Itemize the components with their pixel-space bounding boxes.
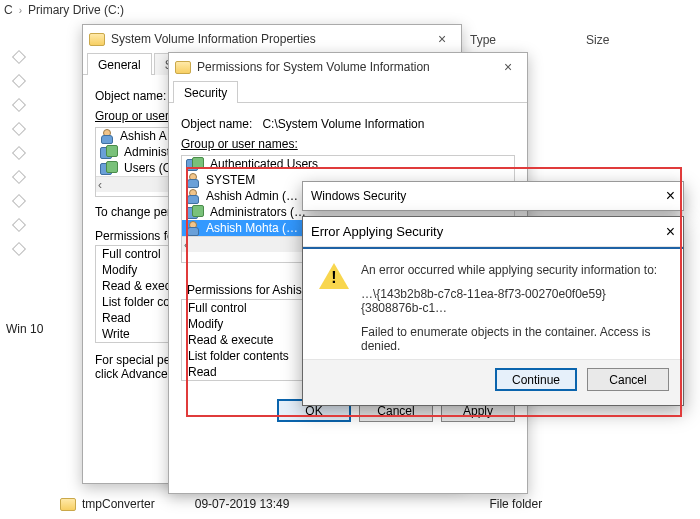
titlebar[interactable]: Windows Security × [303, 182, 683, 210]
scroll-left-icon[interactable]: ‹ [98, 178, 102, 192]
users-icon [100, 161, 118, 175]
folder-icon [175, 61, 191, 74]
close-icon[interactable]: × [666, 223, 675, 241]
error-path: …\{143b2b8b-c7c8-11ea-8f73-00270e0f0e59}… [361, 287, 667, 315]
user-icon [186, 221, 200, 235]
window-title: Permissions for System Volume Informatio… [197, 60, 495, 74]
cancel-button[interactable]: Cancel [587, 368, 669, 391]
scroll-left-icon[interactable]: ‹ [184, 238, 188, 252]
pin-icon [12, 122, 26, 136]
window-title: System Volume Information Properties [111, 32, 429, 46]
error-line: An error occurred while applying securit… [361, 263, 667, 277]
users-icon [186, 205, 204, 219]
breadcrumb-seg[interactable]: Primary Drive (C:) [28, 3, 124, 17]
user-icon [100, 129, 114, 143]
pin-icon [12, 218, 26, 232]
users-icon [186, 157, 204, 171]
breadcrumb[interactable]: C › Primary Drive (C:) [4, 3, 124, 17]
users-icon [100, 145, 118, 159]
titlebar[interactable]: System Volume Information Properties × [83, 25, 461, 53]
item-kind: File folder [489, 497, 542, 511]
user-icon [186, 173, 200, 187]
folder-icon [60, 498, 76, 511]
warning-icon [319, 263, 349, 289]
object-name-label: Object name: [95, 89, 166, 103]
pin-icon [12, 194, 26, 208]
folder-icon [89, 33, 105, 46]
titlebar[interactable]: Error Applying Security × [303, 217, 683, 247]
object-name-label: Object name: [181, 117, 252, 131]
pin-icon [12, 74, 26, 88]
chevron-right-icon: › [19, 5, 22, 16]
tab-general[interactable]: General [87, 53, 152, 75]
list-item[interactable]: Authenticated Users [182, 156, 514, 172]
pin-icon [12, 98, 26, 112]
pin-icon [12, 170, 26, 184]
close-icon[interactable]: × [429, 31, 455, 47]
user-icon [186, 189, 200, 203]
windows-security-window: Windows Security × [302, 181, 684, 211]
pin-icon [12, 50, 26, 64]
explorer-item-row[interactable]: tmpConverter 09-07-2019 13:49 File folde… [60, 497, 690, 511]
close-icon[interactable]: × [495, 59, 521, 75]
continue-button[interactable]: Continue [495, 368, 577, 391]
error-line: Failed to enumerate objects in the conta… [361, 325, 667, 353]
dialog-title: Error Applying Security [311, 224, 666, 239]
titlebar[interactable]: Permissions for System Volume Informatio… [169, 53, 527, 81]
window-title: Windows Security [311, 189, 666, 203]
quick-access-pins [14, 52, 24, 254]
col-size[interactable]: Size [586, 33, 609, 47]
error-dialog: Error Applying Security × An error occur… [302, 216, 684, 406]
tabs: Security [169, 81, 527, 103]
close-icon[interactable]: × [666, 187, 675, 205]
col-type[interactable]: Type [470, 33, 496, 47]
pin-icon [12, 242, 26, 256]
pin-icon [12, 146, 26, 160]
tab-security[interactable]: Security [173, 81, 238, 103]
item-name: tmpConverter [82, 497, 155, 511]
item-date: 09-07-2019 13:49 [195, 497, 290, 511]
group-label: Group or user names: [181, 137, 515, 151]
object-name-value: C:\System Volume Information [262, 117, 424, 131]
breadcrumb-seg[interactable]: C [4, 3, 13, 17]
sidebar-item-win10[interactable]: Win 10 [6, 322, 43, 336]
